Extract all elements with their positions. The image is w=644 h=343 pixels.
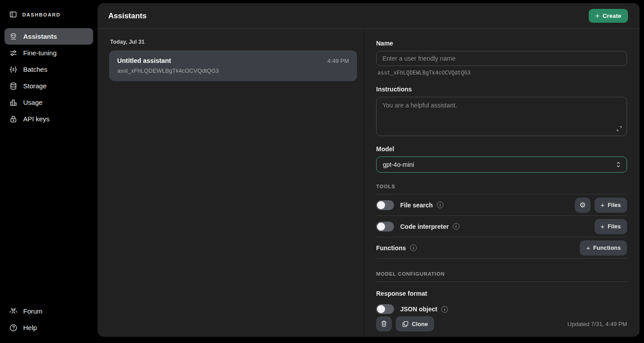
json-object-toggle[interactable]: [376, 304, 394, 314]
name-input[interactable]: [376, 51, 627, 66]
sidebar-item-label: Help: [23, 324, 37, 331]
assistant-name: Untitled assistant: [117, 57, 171, 64]
fine-tuning-icon: [9, 49, 17, 57]
toggle-knob: [377, 223, 385, 231]
info-icon[interactable]: i: [437, 202, 443, 208]
sidebar-item-label: Batches: [23, 66, 47, 73]
code-interpreter-label: Code interpreter: [400, 223, 449, 230]
sidebar-item-fine-tuning[interactable]: Fine-tuning: [4, 45, 93, 61]
functions-row: Functions i + Functions: [376, 237, 627, 259]
sidebar-item-storage[interactable]: Storage: [4, 78, 93, 94]
info-icon[interactable]: i: [441, 306, 448, 313]
assistant-list-item[interactable]: Untitled assistant 4:49 PM asst_xFhLQDEW…: [109, 50, 357, 81]
model-select-value: gpt-4o-mini: [383, 161, 414, 168]
sidebar-item-batches[interactable]: Batches: [4, 61, 93, 78]
sidebar-item-label: Usage: [23, 99, 42, 106]
chevron-up-down-icon: [616, 161, 621, 168]
create-button-label: Create: [603, 12, 621, 19]
sidebar-header-label: DASHBOARD: [22, 12, 61, 17]
add-files-label: Files: [607, 202, 621, 208]
file-search-toggle[interactable]: [376, 200, 394, 210]
sidebar-header[interactable]: DASHBOARD: [0, 0, 98, 25]
main-panel: Assistants + Create Today, Jul 31 Untitl…: [98, 3, 640, 337]
sidebar-item-label: Assistants: [23, 33, 57, 40]
add-files-label: Files: [607, 223, 621, 230]
name-label: Name: [376, 40, 627, 47]
file-search-row: File search i ⚙ + Files: [376, 194, 627, 216]
assistants-list: Today, Jul 31 Untitled assistant 4:49 PM…: [98, 29, 365, 337]
sidebar-item-usage[interactable]: Usage: [4, 94, 93, 111]
assistant-time: 4:49 PM: [328, 58, 349, 64]
plus-icon: +: [586, 244, 590, 252]
assistant-list-item-header: Untitled assistant 4:49 PM: [117, 57, 349, 64]
sidebar-item-label: Forum: [23, 307, 42, 315]
file-search-settings-button[interactable]: ⚙: [575, 198, 591, 213]
sidebar: DASHBOARD Assistants Fine-tuning: [0, 0, 98, 343]
detail-footer: Clone Updated 7/31, 4:49 PM: [365, 314, 640, 337]
batches-icon: [9, 66, 17, 74]
assistant-id: asst_xFhLQDEWLBgTk4cOCVQdtQG3: [117, 67, 349, 74]
file-search-actions: ⚙ + Files: [575, 198, 627, 213]
lock-icon: [9, 115, 17, 123]
response-format-label: Response format: [376, 290, 627, 297]
main-header: Assistants + Create: [98, 3, 640, 29]
sidebar-footer: Forum Help: [4, 303, 93, 336]
storage-icon: [9, 82, 17, 90]
gear-icon: ⚙: [579, 201, 586, 209]
toggle-knob: [377, 201, 385, 209]
content-area: Today, Jul 31 Untitled assistant 4:49 PM…: [98, 29, 640, 337]
code-interpreter-row: Code interpreter i + Files: [376, 216, 627, 237]
add-functions-label: Functions: [593, 244, 621, 251]
sidebar-item-label: Storage: [23, 82, 47, 90]
toggle-knob: [377, 305, 385, 313]
expand-icon[interactable]: [616, 126, 622, 132]
delete-button[interactable]: [376, 316, 392, 331]
plus-icon: +: [595, 12, 599, 20]
instructions-textarea[interactable]: [376, 97, 627, 136]
sidebar-item-help[interactable]: Help: [4, 319, 93, 336]
clone-button[interactable]: Clone: [396, 316, 434, 331]
code-interpreter-toggle[interactable]: [376, 222, 394, 231]
help-circle-icon: [9, 324, 17, 332]
instructions-label: Instructions: [376, 86, 627, 93]
functions-label: Functions: [376, 244, 406, 252]
tools-section-header: TOOLS: [376, 184, 627, 194]
date-group-label: Today, Jul 31: [110, 39, 357, 45]
clone-copy-icon: [402, 321, 409, 327]
assistant-detail-panel: Name asst_xFhLQDEWLBgTk4cOCVQdtQG3 Instr…: [365, 29, 640, 337]
assistants-icon: [9, 33, 17, 41]
page-title: Assistants: [108, 12, 147, 21]
code-interpreter-add-files-button[interactable]: + Files: [595, 219, 627, 234]
info-icon[interactable]: i: [453, 223, 459, 230]
info-icon[interactable]: i: [410, 244, 417, 251]
dashboard-panel-icon: [9, 11, 17, 18]
sidebar-item-forum[interactable]: Forum: [4, 303, 93, 319]
json-object-row: JSON object i: [376, 304, 627, 314]
assistant-id-readout: asst_xFhLQDEWLBgTk4cOCVQdtQG3: [377, 70, 627, 76]
sidebar-item-label: Fine-tuning: [23, 49, 57, 57]
forum-people-icon: [9, 307, 17, 315]
clone-button-label: Clone: [412, 321, 428, 327]
plus-icon: +: [601, 223, 605, 230]
instructions-field-wrap: [376, 97, 627, 136]
model-label: Model: [376, 145, 627, 153]
sidebar-item-api-keys[interactable]: API keys: [4, 111, 93, 127]
model-configuration-header: MODEL CONFIGURATION: [376, 271, 627, 282]
model-select[interactable]: gpt-4o-mini: [376, 157, 627, 173]
file-search-add-files-button[interactable]: + Files: [595, 198, 627, 213]
json-object-label: JSON object: [400, 306, 437, 313]
sidebar-item-assistants[interactable]: Assistants: [4, 28, 93, 45]
updated-timestamp: Updated 7/31, 4:49 PM: [567, 321, 627, 327]
file-search-label: File search: [400, 202, 433, 209]
add-functions-button[interactable]: + Functions: [580, 240, 627, 256]
plus-icon: +: [601, 201, 605, 209]
usage-icon: [9, 99, 17, 107]
sidebar-item-label: API keys: [23, 115, 49, 123]
create-button[interactable]: + Create: [589, 9, 628, 23]
sidebar-nav: Assistants Fine-tuning Batches: [0, 25, 98, 127]
